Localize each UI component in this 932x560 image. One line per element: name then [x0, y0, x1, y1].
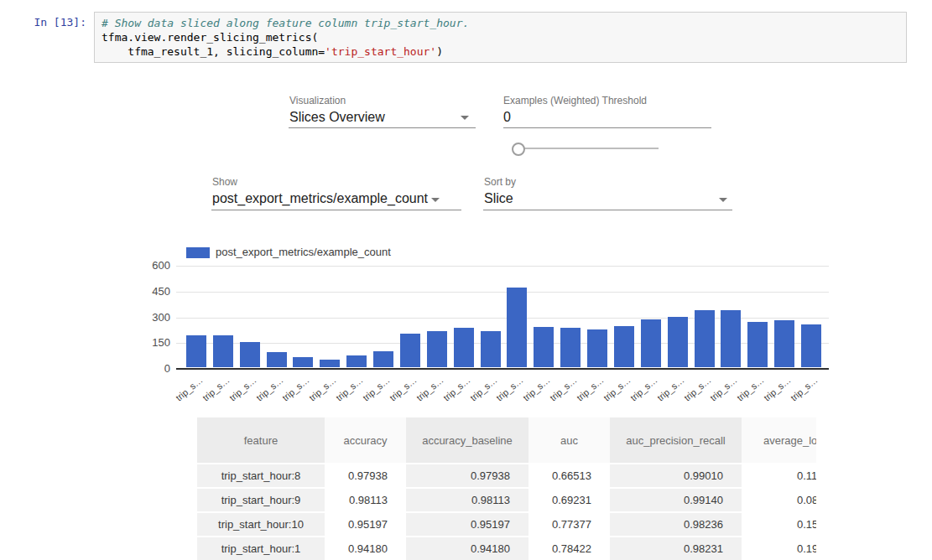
table-cell: 0.1111: [742, 464, 816, 488]
show-value[interactable]: post_export_metrics/example_count: [212, 191, 428, 206]
bar-14[interactable]: [560, 328, 581, 367]
table-cell: trip_start_hour:1: [197, 537, 325, 560]
bar-9[interactable]: [427, 331, 447, 367]
bar-22[interactable]: [774, 320, 794, 367]
table-row: trip_start_hour:90.981130.981130.692310.…: [197, 488, 816, 512]
table-row: trip_start_hour:10.941800.941800.784220.…: [197, 537, 816, 560]
table-cell: 0.95197: [325, 512, 406, 537]
bar-15[interactable]: [587, 329, 607, 367]
bar-1[interactable]: [213, 335, 233, 367]
column-header-accuracy_baseline[interactable]: accuracy_baseline: [406, 417, 528, 464]
table-cell: 0.77377: [528, 512, 610, 537]
y-axis-tick: 150: [133, 336, 170, 349]
gridline: [176, 266, 829, 267]
table-cell: trip_start_hour:8: [197, 464, 325, 488]
table-cell: 0.98113: [325, 488, 406, 512]
bar-8[interactable]: [400, 334, 420, 367]
table-cell: 0.78422: [528, 537, 610, 560]
table-cell: trip_start_hour:10: [197, 512, 325, 537]
threshold-slider[interactable]: [518, 148, 659, 149]
y-axis-tick: 450: [133, 285, 170, 298]
code-line: tfma.view.render_slicing_metrics(: [102, 30, 899, 44]
table-cell: 0.99010: [610, 464, 742, 488]
bar-12[interactable]: [507, 288, 527, 367]
table-cell: 0.97938: [406, 464, 528, 488]
metrics-table: featureaccuracyaccuracy_baselineaucauc_p…: [197, 417, 816, 560]
table-cell: 0.98231: [610, 537, 742, 560]
table-cell: 0.94180: [325, 537, 406, 560]
column-header-feature[interactable]: feature: [197, 417, 325, 464]
x-axis-line: [176, 368, 829, 370]
bar-11[interactable]: [481, 331, 501, 367]
bar-2[interactable]: [240, 342, 260, 367]
table-cell: 0.1541: [742, 512, 816, 537]
bar-23[interactable]: [801, 324, 821, 367]
column-header-accuracy[interactable]: accuracy: [325, 417, 406, 464]
bar-19[interactable]: [695, 310, 715, 367]
bar-7[interactable]: [373, 351, 393, 367]
visualization-value[interactable]: Slices Overview: [289, 110, 385, 125]
bar-18[interactable]: [668, 317, 688, 367]
table-cell: 0.97938: [325, 464, 406, 488]
table-cell: 0.0892: [742, 488, 816, 512]
table-cell: 0.69231: [528, 488, 610, 512]
table-cell: 0.99140: [610, 488, 742, 512]
table-header-row: featureaccuracyaccuracy_baselineaucauc_p…: [197, 417, 816, 464]
slider-handle[interactable]: [512, 143, 525, 156]
column-header-auc[interactable]: auc: [528, 417, 610, 464]
bar-0[interactable]: [186, 335, 206, 367]
bar-13[interactable]: [534, 327, 554, 367]
y-axis-tick: 300: [133, 311, 170, 324]
sort-by-label: Sort by: [484, 176, 516, 188]
bar-20[interactable]: [721, 310, 741, 367]
chevron-down-icon: [461, 116, 469, 120]
column-header-auc_precision_recall[interactable]: auc_precision_recall: [610, 417, 742, 464]
gridline: [176, 292, 829, 293]
table-row: trip_start_hour:100.951970.951970.773770…: [197, 512, 816, 537]
chevron-down-icon: [719, 198, 727, 202]
y-axis-tick: 0: [133, 362, 170, 375]
column-header-average_loss[interactable]: average_loss: [742, 417, 816, 464]
code-cell[interactable]: # Show data sliced along feature column …: [94, 12, 907, 63]
bar-6[interactable]: [346, 355, 367, 367]
table-cell: 0.98236: [610, 512, 742, 537]
table-cell: 0.94180: [406, 537, 528, 560]
sort-by-value[interactable]: Slice: [484, 191, 513, 206]
code-line: tfma_result_1, slicing_column='trip_star…: [102, 44, 899, 59]
chevron-down-icon: [431, 198, 440, 202]
dropdown-underline: [289, 127, 476, 128]
input-underline: [503, 127, 711, 128]
bar-5[interactable]: [320, 360, 340, 367]
bar-10[interactable]: [454, 328, 474, 367]
y-axis-tick: 600: [133, 259, 170, 272]
table-cell: 0.98113: [406, 488, 528, 512]
chart-plot: [176, 266, 829, 369]
show-label: Show: [212, 176, 237, 188]
threshold-value[interactable]: 0: [503, 110, 511, 125]
legend-label: post_export_metrics/example_count: [216, 246, 391, 258]
table-cell: 0.1901: [742, 537, 816, 560]
table-cell: 0.66513: [528, 464, 610, 488]
bar-16[interactable]: [614, 326, 634, 367]
legend-swatch: [186, 247, 210, 258]
cell-prompt: In [13]:: [0, 16, 86, 29]
metrics-table-container: featureaccuracyaccuracy_baselineaucauc_p…: [197, 417, 816, 560]
code-area[interactable]: # Show data sliced along feature column …: [102, 16, 899, 59]
bar-4[interactable]: [293, 357, 313, 367]
visualization-label: Visualization: [289, 95, 346, 106]
table-cell: trip_start_hour:9: [197, 488, 325, 512]
bar-3[interactable]: [267, 352, 287, 367]
notebook-page: In [13]: # Show data sliced along featur…: [0, 0, 932, 560]
table-row: trip_start_hour:80.979380.979380.665130.…: [197, 464, 816, 488]
bar-17[interactable]: [641, 319, 661, 367]
dropdown-underline: [211, 210, 461, 210]
dropdown-underline: [483, 210, 732, 210]
code-line: # Show data sliced along feature column …: [102, 16, 899, 30]
table-cell: 0.95197: [406, 512, 528, 537]
bar-21[interactable]: [747, 322, 768, 367]
threshold-label: Examples (Weighted) Threshold: [503, 95, 647, 106]
